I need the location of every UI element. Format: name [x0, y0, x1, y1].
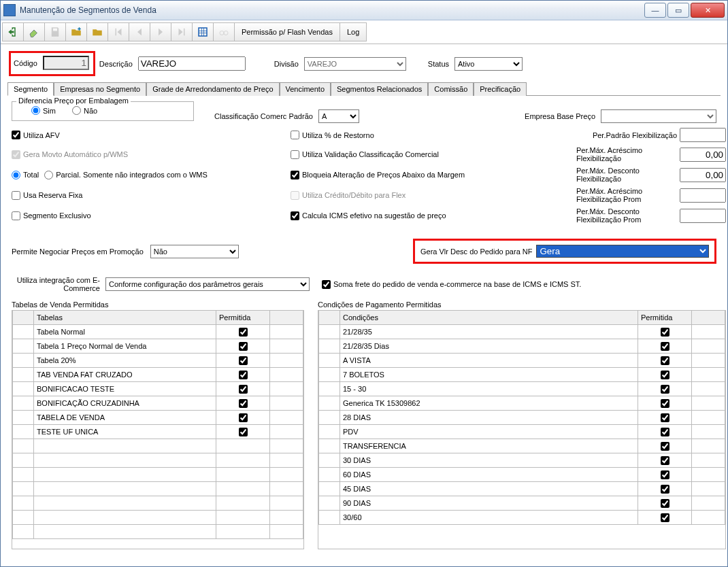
table-row[interactable]	[13, 511, 303, 525]
tab-grade-de-arredondamento-de-pre-o[interactable]: Grade de Arredondamento de Preço	[146, 82, 279, 96]
perm-checkbox[interactable]	[661, 371, 669, 379]
perm-checkbox[interactable]	[661, 428, 669, 436]
diff-sim-radio[interactable]: Sim	[31, 106, 56, 115]
toolbar-exit-icon[interactable]	[2, 22, 24, 41]
table-row[interactable]: BONIFICAÇÃO CRUZADINHA	[13, 396, 303, 411]
table-row[interactable]: 21/28/35 Dias	[319, 339, 725, 354]
table-row[interactable]: 60 DIAS	[319, 468, 725, 482]
table-row[interactable]: 7 BOLETOS	[319, 368, 725, 382]
toolbar-open-icon[interactable]	[87, 22, 108, 41]
toolbar-binoculars-icon[interactable]	[214, 22, 235, 41]
log-button[interactable]: Log	[340, 22, 367, 41]
tab-comiss-o[interactable]: Comissão	[428, 82, 474, 96]
perm-checkbox[interactable]	[661, 385, 669, 394]
toolbar-save-icon[interactable]	[45, 22, 66, 41]
perm-checkbox[interactable]	[661, 413, 669, 422]
flex-v1[interactable]	[680, 128, 726, 142]
tab-vencimento[interactable]: Vencimento	[280, 82, 331, 96]
perm-checkbox[interactable]	[239, 342, 248, 351]
perm-checkbox[interactable]	[661, 513, 669, 522]
radio-total[interactable]: Total	[12, 171, 39, 179]
empresa-base-select[interactable]	[601, 109, 716, 123]
perm-checkbox[interactable]	[661, 342, 669, 351]
diff-nao-radio[interactable]: Não	[72, 106, 97, 115]
table-row[interactable]: PDV	[319, 425, 725, 439]
table-row[interactable]: 30/60	[319, 511, 725, 525]
perm-checkbox[interactable]	[239, 413, 248, 422]
perm-checkbox[interactable]	[239, 428, 248, 436]
table-row[interactable]	[13, 439, 303, 453]
table-row[interactable]: 28 DIAS	[319, 411, 725, 425]
perm-checkbox[interactable]	[239, 399, 248, 408]
permissao-button[interactable]: Permissão p/ Flash Vendas	[235, 22, 340, 41]
perm-checkbox[interactable]	[661, 442, 669, 451]
table-row[interactable]: 45 DIAS	[319, 482, 725, 496]
maximize-button[interactable]: ▭	[667, 3, 689, 18]
chk-usa-reserva[interactable]: Usa Reserva Fixa	[12, 191, 291, 200]
geravlr-select[interactable]: Gera	[536, 245, 709, 258]
flex-v2[interactable]	[680, 148, 726, 162]
toolbar-grid-icon[interactable]	[193, 22, 214, 41]
tab-precifica-o[interactable]: Precificação	[474, 82, 527, 96]
minimize-button[interactable]: —	[644, 3, 666, 18]
radio-parcial[interactable]: Parcial. Somente não integrados com o WM…	[44, 171, 208, 179]
perm-checkbox[interactable]	[661, 356, 669, 365]
perm-checkbox[interactable]	[239, 328, 248, 337]
flex-v4[interactable]	[680, 188, 726, 203]
table-row[interactable]	[13, 453, 303, 468]
table-row[interactable]: Generica TK 15309862	[319, 396, 725, 411]
close-button[interactable]: ✕	[691, 3, 725, 18]
table-row[interactable]	[13, 468, 303, 482]
table-row[interactable]: TRANSFERENCIA	[319, 439, 725, 453]
toolbar-prev-icon[interactable]	[129, 22, 150, 41]
perm-checkbox[interactable]	[239, 371, 248, 379]
table-row[interactable]: 21/28/35	[319, 325, 725, 339]
condicoes-grid[interactable]: Condições Permitida 21/28/3521/28/35 Dia…	[318, 310, 726, 549]
chk-seg-exclusivo[interactable]: Segmento Exclusivo	[12, 211, 291, 220]
chk-calc-icms[interactable]: Calcula ICMS efetivo na sugestão de preç…	[291, 211, 576, 220]
tab-empresas-no-segmento[interactable]: Empresas no Segmento	[54, 82, 146, 96]
table-row[interactable]: TAB VENDA FAT CRUZADO	[13, 368, 303, 382]
table-row[interactable]: 90 DIAS	[319, 496, 725, 511]
tab-segmento[interactable]: Segmento	[7, 82, 54, 96]
perm-checkbox[interactable]	[661, 399, 669, 408]
table-row[interactable]: BONIFICACAO TESTE	[13, 382, 303, 396]
perm-checkbox[interactable]	[239, 385, 248, 394]
flex-v5[interactable]	[680, 209, 726, 223]
toolbar-next-icon[interactable]	[150, 22, 171, 41]
table-row[interactable]	[13, 482, 303, 496]
tabelas-grid[interactable]: Tabelas Permitida Tabela NormalTabela 1 …	[12, 310, 304, 549]
perm-checkbox[interactable]	[661, 456, 669, 465]
divisao-select[interactable]: VAREJO	[304, 57, 406, 71]
table-row[interactable]: Tabela 1 Preço Normal de Venda	[13, 339, 303, 354]
perm-checkbox[interactable]	[661, 470, 669, 479]
chk-util-valid-class[interactable]: Utiliza Validação Classificação Comercia…	[291, 150, 576, 159]
table-row[interactable]: TESTE UF UNICA	[13, 425, 303, 439]
chk-utiliza-afv[interactable]: Utiliza AFV	[12, 131, 291, 139]
ecom-select[interactable]: Conforme configuração dos parâmetros ger…	[105, 277, 310, 291]
perm-checkbox[interactable]	[661, 328, 669, 337]
chk-bloqueia-alt[interactable]: Bloqueia Alteração de Preços Abaixo da M…	[291, 171, 576, 179]
table-row[interactable]: 30 DIAS	[319, 453, 725, 468]
table-row[interactable]: 15 - 30	[319, 382, 725, 396]
classif-select[interactable]: A	[318, 109, 359, 123]
flex-v3[interactable]	[680, 168, 726, 182]
toolbar-first-icon[interactable]	[108, 22, 129, 41]
tab-segmentos-relacionados[interactable]: Segmentos Relacionados	[331, 82, 428, 96]
perm-checkbox[interactable]	[239, 356, 248, 365]
chk-soma-frete[interactable]: Soma frete do pedido de venda e-commerce…	[322, 280, 581, 289]
promo-select[interactable]: Não	[150, 245, 239, 258]
table-row[interactable]: A VISTA	[319, 354, 725, 368]
table-row[interactable]: TABELA DE VENDA	[13, 411, 303, 425]
table-row[interactable]	[13, 525, 303, 539]
descricao-field[interactable]	[138, 56, 246, 71]
chk-util-pct-estorno[interactable]: Utiliza % de Restorno	[291, 131, 576, 139]
status-select[interactable]: Ativo	[454, 57, 523, 71]
perm-checkbox[interactable]	[661, 499, 669, 508]
toolbar-eraser-icon[interactable]	[24, 22, 45, 41]
toolbar-open-plus-icon[interactable]	[66, 22, 87, 41]
toolbar-last-icon[interactable]	[171, 22, 193, 41]
table-row[interactable]: Tabela Normal	[13, 325, 303, 339]
table-row[interactable]	[13, 496, 303, 511]
perm-checkbox[interactable]	[661, 485, 669, 494]
